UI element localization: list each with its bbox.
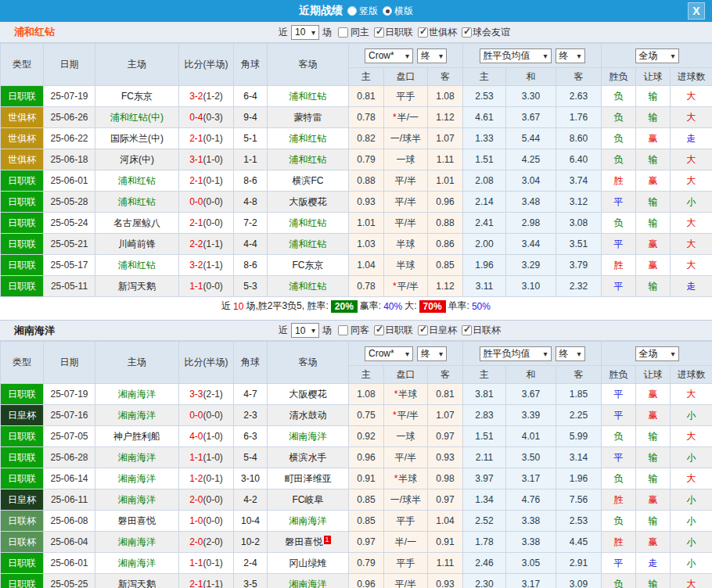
handicap-line: 一球	[384, 426, 428, 447]
crow-home-odds: 0.96	[349, 574, 384, 588]
match-row: 世俱杯25-06-18河床(中)3-1(1-0)1-1浦和红钻0.79一球1.1…	[1, 149, 712, 170]
avg-odds-select[interactable]: 胜平负均值	[480, 48, 552, 63]
handicap-line: 平/半	[384, 192, 428, 213]
sub-col-result: 胜负	[602, 366, 636, 384]
avg-home-odds: 2.41	[463, 213, 506, 234]
handicap-line: 平/半	[384, 170, 428, 192]
home-team: 名古屋鲸八	[95, 213, 179, 234]
score-halftime: 1-1(1-0)	[179, 447, 234, 468]
sub-col-avg-away: 客	[556, 68, 602, 86]
same-venue-checkbox[interactable]: 同客	[338, 324, 369, 337]
sub-col-result: 胜负	[602, 68, 636, 86]
bookmaker-select[interactable]: Crow*	[365, 48, 413, 63]
score-halftime: 4-0(1-0)	[179, 426, 234, 447]
match-row: 日职联25-07-19湘南海洋3-3(2-1)4-7大阪樱花1.08*半球0.8…	[1, 384, 712, 405]
result-verdict: 平	[602, 192, 636, 213]
league-filter-checkbox-1[interactable]: 日职联	[374, 26, 413, 39]
scope-select[interactable]: 全场	[635, 48, 679, 63]
handicap-line: *平/半	[384, 276, 428, 297]
result-verdict: 负	[602, 468, 636, 489]
avg-time-select[interactable]: 终	[556, 346, 585, 361]
avg-away-odds: 7.56	[556, 489, 602, 511]
corner-score: 2-3	[234, 405, 268, 426]
scope-select[interactable]: 全场	[635, 346, 679, 361]
crow-away-odds: 1.12	[428, 107, 463, 128]
score-halftime: 2-0(2-0)	[179, 532, 234, 553]
handicap-line: 一球	[384, 149, 428, 170]
handicap-verdict: 赢	[636, 384, 671, 405]
league-filter-checkbox-2[interactable]: 日皇杯	[418, 324, 457, 337]
bookmaker-select[interactable]: Crow*	[365, 346, 413, 361]
filter-bar: 近 10 场 同客 日职联 日皇杯 日联杯	[279, 321, 501, 340]
avg-time-select[interactable]: 终	[556, 48, 585, 63]
crow-away-odds: 1.12	[428, 276, 463, 297]
avg-home-odds: 1.51	[463, 149, 506, 170]
col-header-away: 客场	[268, 342, 349, 384]
close-icon[interactable]: X	[688, 2, 705, 20]
sub-col-avg-home: 主	[463, 366, 506, 384]
crow-away-odds: 0.96	[428, 192, 463, 213]
result-verdict: 平	[602, 447, 636, 468]
crow-away-odds: 1.04	[428, 511, 463, 532]
league-filter-checkbox-1[interactable]: 日职联	[374, 324, 413, 337]
match-date: 25-05-25	[44, 574, 95, 588]
win-rate-badge: 20%	[331, 300, 358, 313]
odds-time-select[interactable]: 终	[417, 48, 447, 63]
odds-time-select[interactable]: 终	[417, 346, 447, 361]
crow-away-odds: 1.07	[428, 128, 463, 149]
result-verdict: 负	[602, 574, 636, 588]
away-team: 清水鼓动	[268, 405, 349, 426]
league-badge: 日职联	[1, 276, 44, 297]
league-filter-checkbox-3[interactable]: 日联杯	[462, 324, 501, 337]
goals-verdict: 小	[671, 532, 712, 553]
match-date: 25-06-08	[44, 511, 95, 532]
score-halftime: 0-0(0-0)	[179, 405, 234, 426]
avg-odds-select[interactable]: 胜平负均值	[480, 346, 552, 361]
avg-away-odds: 2.63	[556, 86, 602, 107]
match-date: 25-05-17	[44, 255, 95, 276]
col-header-date: 日期	[44, 44, 95, 86]
score-halftime: 2-2(1-1)	[179, 234, 234, 255]
corner-score: 5-3	[234, 276, 268, 297]
avg-home-odds: 3.11	[463, 276, 506, 297]
avg-home-odds: 2.00	[463, 234, 506, 255]
recent-count-select[interactable]: 10	[291, 323, 319, 338]
handicap-line: 平手	[384, 511, 428, 532]
crow-home-odds: 0.88	[349, 170, 384, 192]
league-filter-checkbox-2[interactable]: 世俱杯	[418, 26, 457, 39]
crow-home-odds: 0.75	[349, 405, 384, 426]
match-row: 世俱杯25-06-26浦和红钻(中)0-4(0-3)9-4蒙特雷0.78*半/一…	[1, 107, 712, 128]
avg-away-odds: 3.74	[556, 170, 602, 192]
same-venue-checkbox[interactable]: 同主	[338, 26, 369, 39]
handicap-verdict: 输	[636, 511, 671, 532]
avg-odds-group: 胜平负均值 终	[463, 44, 602, 68]
avg-draw-odds: 3.44	[506, 234, 556, 255]
goals-verdict: 大	[671, 255, 712, 276]
goals-verdict: 走	[671, 276, 712, 297]
recent-count-select[interactable]: 10	[291, 25, 319, 40]
goals-verdict: 大	[671, 234, 712, 255]
match-row: 日职联25-05-24名古屋鲸八2-1(0-0)7-2浦和红钻1.01平/半0.…	[1, 213, 712, 234]
match-row: 日职联25-05-28浦和红钻0-0(0-0)4-8大阪樱花0.93平/半0.9…	[1, 192, 712, 213]
layout-radio-vertical[interactable]: 竖版	[347, 5, 378, 18]
match-row: 日职联25-05-11新泻天鹅1-1(0-0)5-3浦和红钻0.78*平/半1.…	[1, 276, 712, 297]
red-card-badge: 1	[324, 536, 331, 544]
layout-radio-horizontal[interactable]: 横版	[383, 5, 413, 18]
result-verdict: 负	[602, 426, 636, 447]
handicap-verdict: 赢	[636, 489, 671, 511]
corner-score: 3-10	[234, 468, 268, 489]
away-team: 湘南海洋	[268, 574, 349, 588]
checkbox-icon	[338, 325, 348, 335]
handicap-line: 半球	[384, 234, 428, 255]
league-filter-checkbox-3[interactable]: 球会友谊	[462, 26, 510, 39]
crow-home-odds: 0.91	[349, 468, 384, 489]
checkbox-checked-icon	[418, 27, 428, 38]
avg-away-odds: 1.76	[556, 107, 602, 128]
handicap-line: 平/半	[384, 447, 428, 468]
radio-icon	[347, 6, 357, 16]
goals-verdict: 走	[671, 128, 712, 149]
league-badge: 日联杯	[1, 532, 44, 553]
league-badge: 日职联	[1, 86, 44, 107]
col-header-away: 客场	[268, 44, 349, 86]
crow-home-odds: 1.04	[349, 255, 384, 276]
